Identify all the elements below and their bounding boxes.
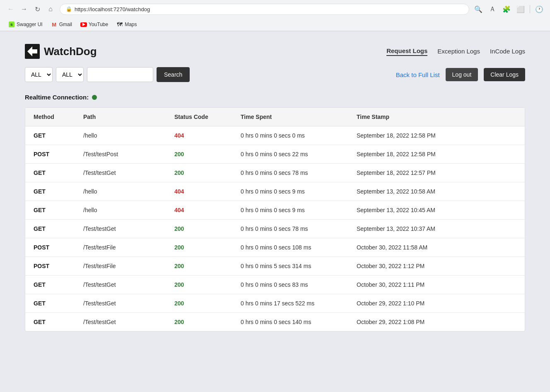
cell-method: GET <box>25 126 75 145</box>
cell-status: 200 <box>166 276 232 294</box>
cell-timestamp: September 13, 2022 10:58 AM <box>348 182 525 201</box>
nav-incode-logs[interactable]: InCode Logs <box>490 48 525 56</box>
app-title: WatchDog <box>44 45 97 58</box>
browser-toolbar: ← → ↻ ⌂ 🔒 https://localhost:7270/watchdo… <box>0 0 550 18</box>
bookmark-youtube-label: YouTube <box>89 22 108 27</box>
table-body: GET /hello 404 0 hrs 0 mins 0 secs 0 ms … <box>25 126 525 332</box>
cell-timestamp: September 13, 2022 10:37 AM <box>348 220 525 238</box>
cell-method: POST <box>25 257 75 276</box>
cell-path: /hello <box>75 201 166 220</box>
search-input[interactable] <box>87 67 153 82</box>
table-row: GET /hello 404 0 hrs 0 mins 0 secs 9 ms … <box>25 182 525 201</box>
cell-status: 200 <box>166 220 232 238</box>
cell-status: 200 <box>166 164 232 182</box>
cell-path: /Test/testGet <box>75 220 166 238</box>
cell-timestamp: September 13, 2022 10:45 AM <box>348 201 525 220</box>
clear-logs-button[interactable]: Clear Logs <box>484 68 525 81</box>
reload-button[interactable]: ↻ <box>31 3 43 15</box>
cell-timespent: 0 hrs 0 mins 0 secs 0 ms <box>232 126 348 145</box>
cell-timestamp: October 30, 2022 11:58 AM <box>348 238 525 257</box>
bookmark-maps-label: Maps <box>125 22 137 27</box>
col-header-path: Path <box>75 108 166 126</box>
cell-status: 200 <box>166 257 232 276</box>
cell-method: GET <box>25 201 75 220</box>
nav-exception-logs[interactable]: Exception Logs <box>437 48 480 56</box>
url-text: https://localhost:7270/watchdog <box>75 6 463 12</box>
cell-timestamp: October 29, 2022 1:08 PM <box>348 313 525 332</box>
cell-status: 200 <box>166 145 232 164</box>
table-row: POST /Test/testFile 200 0 hrs 0 mins 5 s… <box>25 257 525 276</box>
cell-status: 200 <box>166 294 232 313</box>
tab-button[interactable]: ⬜ <box>515 3 526 15</box>
realtime-connection-row: Realtime Connection: <box>25 94 525 101</box>
gmail-icon: M <box>51 21 58 28</box>
filter2-dropdown[interactable]: ALL <box>56 67 84 82</box>
cell-timestamp: September 18, 2022 12:58 PM <box>348 145 525 164</box>
cell-timespent: 0 hrs 0 mins 0 secs 83 ms <box>232 276 348 294</box>
bookmark-youtube[interactable]: YouTube <box>77 20 111 29</box>
lock-icon: 🔒 <box>66 6 72 12</box>
search-toolbar-button[interactable]: 🔍 <box>473 3 484 15</box>
search-button[interactable]: Search <box>157 67 190 82</box>
home-button[interactable]: ⌂ <box>45 3 56 15</box>
cell-method: GET <box>25 220 75 238</box>
nav-buttons: ← → ↻ ⌂ <box>5 3 56 15</box>
table-row: GET /Test/testGet 200 0 hrs 0 mins 0 sec… <box>25 220 525 238</box>
page-content: WatchDog Request Logs Exception Logs InC… <box>0 31 550 348</box>
cell-status: 404 <box>166 201 232 220</box>
youtube-icon <box>80 21 87 28</box>
cell-method: GET <box>25 276 75 294</box>
logout-button[interactable]: Log out <box>446 68 478 81</box>
cell-timespent: 0 hrs 0 mins 0 secs 22 ms <box>232 145 348 164</box>
bookmark-swagger-label: Swagger UI <box>17 22 43 27</box>
nav-links: Request Logs Exception Logs InCode Logs <box>386 47 525 56</box>
cell-method: GET <box>25 294 75 313</box>
bookmark-maps[interactable]: 🗺 Maps <box>113 20 140 29</box>
col-header-timestamp: Time Stamp <box>348 108 525 126</box>
table-row: GET /Test/testGet 200 0 hrs 0 mins 17 se… <box>25 294 525 313</box>
cell-status: 200 <box>166 313 232 332</box>
logo-area: WatchDog <box>25 44 97 59</box>
toolbar-icons: 🔍 Ａ 🧩 ⬜ 🕐 <box>473 3 545 15</box>
table-row: POST /Test/testFile 200 0 hrs 0 mins 0 s… <box>25 238 525 257</box>
filter1-dropdown[interactable]: ALL <box>25 67 53 82</box>
cell-timespent: 0 hrs 0 mins 5 secs 314 ms <box>232 257 348 276</box>
address-bar[interactable]: 🔒 https://localhost:7270/watchdog <box>60 4 469 15</box>
bookmark-swagger[interactable]: S Swagger UI <box>5 20 46 29</box>
cell-path: /Test/testPost <box>75 145 166 164</box>
cell-timestamp: October 30, 2022 1:11 PM <box>348 276 525 294</box>
cell-status: 200 <box>166 238 232 257</box>
cell-method: GET <box>25 182 75 201</box>
history-button[interactable]: 🕐 <box>533 3 545 15</box>
controls-right: Back to Full List Log out Clear Logs <box>396 68 525 81</box>
forward-button[interactable]: → <box>18 3 30 15</box>
cell-path: /Test/testFile <box>75 257 166 276</box>
col-header-timespent: Time Spent <box>232 108 348 126</box>
cell-path: /Test/testGet <box>75 164 166 182</box>
logs-table-container: Method Path Status Code Time Spent Time … <box>25 107 525 332</box>
table-row: GET /hello 404 0 hrs 0 mins 0 secs 0 ms … <box>25 126 525 145</box>
cell-timespent: 0 hrs 0 mins 0 secs 9 ms <box>232 201 348 220</box>
cell-path: /Test/testGet <box>75 276 166 294</box>
col-header-status: Status Code <box>166 108 232 126</box>
col-header-method: Method <box>25 108 75 126</box>
table-row: GET /Test/testGet 200 0 hrs 0 mins 0 sec… <box>25 313 525 332</box>
bookmark-gmail-label: Gmail <box>59 22 72 27</box>
realtime-label: Realtime Connection: <box>25 94 89 101</box>
cell-timespent: 0 hrs 0 mins 0 secs 9 ms <box>232 182 348 201</box>
table-row: GET /Test/testGet 200 0 hrs 0 mins 0 sec… <box>25 164 525 182</box>
controls-row: ALL ALL Search Back to Full List Log out… <box>25 67 525 82</box>
cell-timestamp: September 18, 2022 12:57 PM <box>348 164 525 182</box>
cell-timestamp: October 29, 2022 1:10 PM <box>348 294 525 313</box>
reader-mode-button[interactable]: Ａ <box>487 3 498 15</box>
bookmark-gmail[interactable]: M Gmail <box>48 20 75 29</box>
swagger-icon: S <box>8 21 15 28</box>
extensions-button[interactable]: 🧩 <box>501 3 512 15</box>
controls-left: ALL ALL Search <box>25 67 190 82</box>
cell-timespent: 0 hrs 0 mins 17 secs 522 ms <box>232 294 348 313</box>
table-header-row: Method Path Status Code Time Spent Time … <box>25 108 525 126</box>
nav-request-logs[interactable]: Request Logs <box>386 47 427 56</box>
back-to-full-list-link[interactable]: Back to Full List <box>396 71 440 78</box>
back-button[interactable]: ← <box>5 3 17 15</box>
cell-method: POST <box>25 145 75 164</box>
